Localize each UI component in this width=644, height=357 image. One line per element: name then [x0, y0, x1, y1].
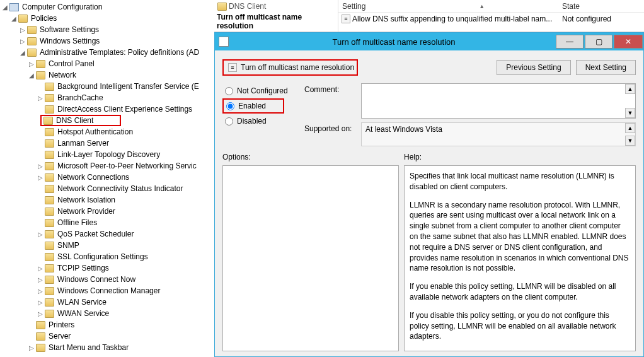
tree-server[interactable]: Server [1, 331, 214, 342]
folder-icon [45, 139, 54, 148]
policy-dialog: Turn off multicast name resolution — ▢ ✕… [214, 32, 644, 357]
tree-item[interactable]: SNMP [1, 240, 214, 251]
tree-item[interactable]: ▷TCPIP Settings [1, 262, 214, 274]
col-setting[interactable]: Setting [342, 2, 365, 11]
breadcrumb: DNS Client [217, 0, 335, 13]
setting-name-box: ≡ Turn off multicast name resolution [222, 59, 358, 76]
help-text: If you enable this policy setting, LLMNR… [410, 281, 630, 303]
comment-label: Comment: [304, 83, 361, 94]
options-panel [222, 165, 399, 351]
tree-label: Printers [47, 320, 76, 329]
titlebar[interactable]: Turn off multicast name resolution — ▢ ✕ [215, 33, 643, 50]
folder-icon [45, 94, 54, 102]
tree-item[interactable]: DNS Client [1, 115, 214, 126]
tree-item[interactable]: Network Isolation [1, 194, 214, 206]
tree-label: Server [47, 332, 72, 341]
radio-group: Not Configured Enabled Disabled [222, 83, 304, 146]
previous-setting-button[interactable]: Previous Setting [497, 60, 570, 75]
tree-label: TCPIP Settings [56, 264, 110, 272]
help-text: LLMNR is a secondary name resolution pro… [410, 200, 630, 274]
folder-icon [36, 60, 45, 68]
policy-tree[interactable]: ◢Computer Configuration ◢Policies ▷Softw… [0, 0, 214, 357]
tree-policies[interactable]: ◢Policies [1, 13, 214, 24]
tree-item[interactable]: Network Provider [1, 206, 214, 217]
radio-enabled[interactable]: Enabled [222, 98, 284, 114]
tree-label: Network Isolation [56, 196, 117, 204]
supported-value: At least Windows Vista [365, 125, 442, 134]
comment-textarea[interactable]: ▲ ▼ [361, 83, 636, 119]
settings-list-header: DNS Client Turn off multicast name resol… [214, 0, 644, 32]
folder-icon [45, 298, 54, 307]
tree-item[interactable]: Hotspot Authentication [1, 126, 214, 138]
tree-item[interactable]: Background Intelligent Transfer Service … [1, 81, 214, 92]
category-label: DNS Client [229, 2, 266, 11]
folder-icon [27, 26, 37, 34]
folder-icon [45, 253, 54, 261]
tree-label: DirectAccess Client Experience Settings [56, 105, 193, 114]
tree-root[interactable]: ◢Computer Configuration [1, 1, 214, 13]
radio-not-configured[interactable]: Not Configured [222, 83, 304, 98]
sort-asc-icon: ▲ [479, 3, 485, 9]
tree-item[interactable]: Offline Files [1, 217, 214, 228]
options-label: Options: [222, 153, 399, 165]
minimize-button[interactable]: — [556, 35, 584, 49]
tree-label: WLAN Service [56, 298, 108, 307]
tree-item[interactable]: SSL Configuration Settings [1, 251, 214, 262]
tree-label: Windows Connect Now [56, 275, 137, 284]
next-setting-button[interactable]: Next Setting [576, 60, 636, 75]
folder-icon [45, 219, 54, 227]
tree-ctrl[interactable]: ▷Control Panel [1, 58, 214, 69]
close-button[interactable]: ✕ [614, 35, 643, 49]
folder-icon [45, 310, 54, 318]
tree-item[interactable]: DirectAccess Client Experience Settings [1, 103, 214, 115]
tree-software[interactable]: ▷Software Settings [1, 24, 214, 35]
col-state[interactable]: State [562, 2, 644, 11]
maximize-button[interactable]: ▢ [585, 35, 612, 49]
radio-disabled[interactable]: Disabled [222, 114, 304, 129]
tree-label: BranchCache [56, 93, 105, 102]
tree-item[interactable]: ▷Network Connections [1, 172, 214, 183]
tree-label: DNS Client [55, 116, 95, 125]
tree-item[interactable]: ▷BranchCache [1, 92, 214, 103]
tree-item[interactable]: ▷Windows Connect Now [1, 274, 214, 285]
scroll-up-icon[interactable]: ▲ [625, 84, 635, 94]
tree-label: Administrative Templates: Policy definit… [38, 48, 200, 57]
folder-icon [36, 344, 45, 352]
setting-icon: ≡ [342, 15, 350, 23]
tree-item[interactable]: ▷WLAN Service [1, 296, 214, 308]
tree-label: QoS Packet Scheduler [56, 230, 135, 238]
tree-item[interactable]: Network Connectivity Status Indicator [1, 183, 214, 194]
help-text: If you disable this policy setting, or y… [410, 310, 630, 342]
tree-item[interactable]: Lanman Server [1, 138, 214, 149]
tree-item[interactable]: ▷QoS Packet Scheduler [1, 228, 214, 240]
tree-windows[interactable]: ▷Windows Settings [1, 35, 214, 47]
folder-icon [45, 173, 54, 182]
tree-startmenu[interactable]: ▷Start Menu and Taskbar [1, 342, 214, 353]
list-columns[interactable]: Setting▲ State [338, 0, 644, 13]
folder-icon [45, 242, 54, 250]
setting-name: Turn off multicast name resolution [241, 63, 354, 72]
tree-item[interactable]: Link-Layer Topology Discovery [1, 149, 214, 160]
folder-icon [217, 3, 227, 11]
tree-label: Software Settings [38, 25, 100, 34]
tree-label: WWAN Service [56, 309, 110, 318]
scroll-up-icon[interactable]: ▲ [625, 123, 635, 133]
setting-row[interactable]: ≡ Allow DNS suffix appending to unqualif… [338, 13, 644, 25]
scroll-down-icon[interactable]: ▼ [625, 136, 635, 146]
app-icon [219, 37, 229, 47]
tree-network[interactable]: ◢Network [1, 69, 214, 81]
tree-item[interactable]: ▷WWAN Service [1, 308, 214, 319]
tree-label: Offline Files [56, 218, 98, 227]
folder-icon [27, 37, 37, 45]
radio-label: Not Configured [237, 86, 288, 95]
help-label: Help: [404, 153, 636, 165]
folder-icon [43, 117, 53, 125]
tree-printers[interactable]: Printers [1, 319, 214, 331]
tree-admin[interactable]: ◢Administrative Templates: Policy defini… [1, 47, 214, 58]
help-text: Specifies that link local multicast name… [410, 171, 630, 192]
tree-item[interactable]: ▷Windows Connection Manager [1, 285, 214, 296]
help-panel: Specifies that link local multicast name… [404, 165, 636, 351]
tree-item[interactable]: ▷Microsoft Peer-to-Peer Networking Servi… [1, 160, 214, 172]
scroll-down-icon[interactable]: ▼ [625, 108, 635, 118]
folder-icon [45, 151, 54, 159]
